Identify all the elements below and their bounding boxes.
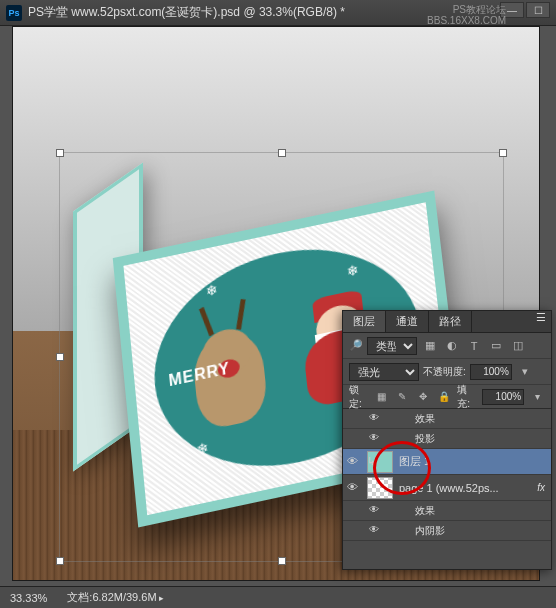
lock-all-icon[interactable]: 🔒	[436, 388, 451, 406]
panel-tabs: 图层 通道 路径 ☰	[343, 311, 551, 333]
tab-layers[interactable]: 图层	[343, 311, 386, 332]
opacity-input[interactable]	[470, 364, 512, 380]
lock-position-icon[interactable]: ✥	[416, 388, 431, 406]
filter-kind-select[interactable]: 类型	[367, 337, 417, 355]
visibility-icon[interactable]: 👁	[347, 455, 361, 469]
visibility-icon[interactable]: 👁	[347, 481, 361, 495]
clipping-mask-icon: ↳	[367, 455, 376, 468]
layer-effects-row[interactable]: 👁 效果	[343, 409, 551, 429]
layer-thumbnail[interactable]	[367, 477, 393, 499]
visibility-icon[interactable]: 👁	[369, 504, 383, 518]
filter-adjust-icon[interactable]: ◐	[443, 337, 461, 355]
fx-label: 效果	[415, 412, 435, 426]
status-bar: 33.33% 文档:6.82M/39.6M	[0, 586, 556, 608]
effect-label: 投影	[415, 432, 435, 446]
opacity-label: 不透明度:	[423, 365, 466, 379]
layer-inner-shadow-row[interactable]: 👁 内阴影	[343, 521, 551, 541]
filter-smart-icon[interactable]: ◫	[509, 337, 527, 355]
transform-handle[interactable]	[278, 557, 286, 565]
lock-label: 锁定:	[349, 383, 368, 411]
filter-type-icon[interactable]: T	[465, 337, 483, 355]
search-icon: 🔎	[349, 339, 363, 352]
layer-list: 👁 效果 👁 投影 👁 ↳ 图层 1 👁 page 1 (www.52ps...…	[343, 409, 551, 541]
layer-effects-row[interactable]: 👁 效果	[343, 501, 551, 521]
transform-handle[interactable]	[278, 149, 286, 157]
blend-row: 强光 不透明度: ▾	[343, 359, 551, 385]
fill-input[interactable]	[482, 389, 524, 405]
fx-badge[interactable]: fx	[537, 482, 545, 493]
panel-menu-icon[interactable]: ☰	[531, 311, 551, 332]
layers-panel: 图层 通道 路径 ☰ 🔎 类型 ▦ ◐ T ▭ ◫ 强光 不透明度: ▾ 锁定:…	[342, 310, 552, 570]
layer-drop-shadow-row[interactable]: 👁 投影	[343, 429, 551, 449]
transform-handle[interactable]	[56, 149, 64, 157]
fill-label: 填充:	[457, 383, 476, 411]
layer-row-page1[interactable]: 👁 page 1 (www.52ps... fx	[343, 475, 551, 501]
chevron-down-icon[interactable]: ▾	[530, 388, 545, 406]
layer-name[interactable]: 图层 1	[399, 454, 430, 469]
zoom-level[interactable]: 33.33%	[10, 592, 47, 604]
visibility-icon[interactable]: 👁	[369, 524, 383, 538]
tab-paths[interactable]: 路径	[429, 311, 472, 332]
lock-row: 锁定: ▦ ✎ ✥ 🔒 填充: ▾	[343, 385, 551, 409]
document-title: PS学堂 www.52psxt.com(圣诞贺卡).psd @ 33.3%(RG…	[28, 4, 345, 21]
app-icon: Ps	[6, 5, 22, 21]
watermark: PS教程论坛 BBS.16XX8.COM	[427, 4, 506, 26]
visibility-icon[interactable]: 👁	[369, 412, 383, 426]
lock-pixels-icon[interactable]: ✎	[395, 388, 410, 406]
chevron-down-icon[interactable]: ▾	[516, 363, 534, 381]
layer-row-layer1[interactable]: 👁 ↳ 图层 1	[343, 449, 551, 475]
transform-handle[interactable]	[56, 353, 64, 361]
filter-pixel-icon[interactable]: ▦	[421, 337, 439, 355]
filter-row: 🔎 类型 ▦ ◐ T ▭ ◫	[343, 333, 551, 359]
effect-label: 内阴影	[415, 524, 445, 538]
filter-shape-icon[interactable]: ▭	[487, 337, 505, 355]
restore-button[interactable]: ☐	[526, 2, 550, 18]
layer-name[interactable]: page 1 (www.52ps...	[399, 482, 499, 494]
lock-transparency-icon[interactable]: ▦	[374, 388, 389, 406]
visibility-icon[interactable]: 👁	[369, 432, 383, 446]
transform-handle[interactable]	[499, 149, 507, 157]
transform-handle[interactable]	[56, 557, 64, 565]
blend-mode-select[interactable]: 强光	[349, 363, 419, 381]
fx-label: 效果	[415, 504, 435, 518]
doc-size-readout[interactable]: 文档:6.82M/39.6M	[67, 590, 164, 605]
tab-channels[interactable]: 通道	[386, 311, 429, 332]
